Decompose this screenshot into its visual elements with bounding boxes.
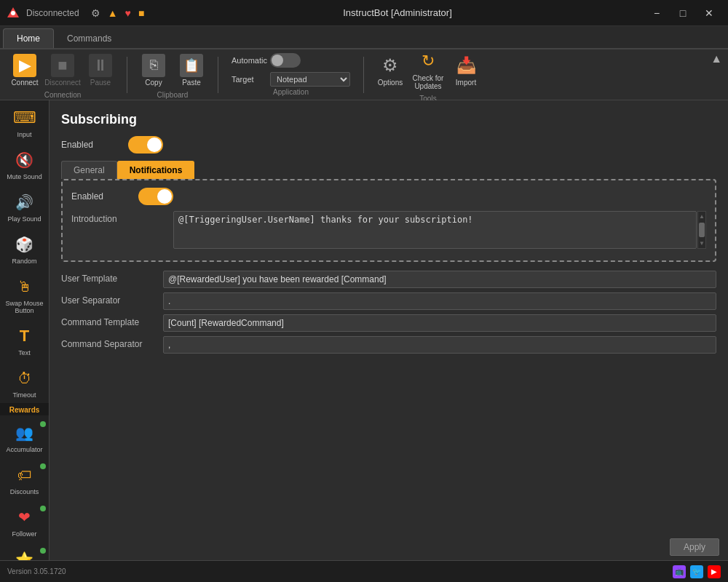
connect-button[interactable]: ▶ Connect (6, 51, 44, 89)
sidebar-item-accumulator[interactable]: 👥 Accumulator (0, 415, 49, 458)
sidebar-item-timeout[interactable]: ⏱ Timeout (0, 361, 49, 403)
svg-point-1 (11, 11, 15, 15)
tab-commands[interactable]: Commands (54, 29, 124, 48)
sidebar-item-swap-mouse[interactable]: 🖱 Swap Mouse Button (0, 269, 49, 319)
introduction-label: Introduction (71, 211, 173, 224)
notif-enabled-row: Enabled (71, 188, 706, 205)
introduction-input[interactable] (173, 211, 697, 249)
automatic-toggle[interactable] (270, 53, 301, 68)
youtube-icon[interactable]: ▶ (708, 565, 721, 578)
pause-label: Pause (90, 79, 111, 87)
import-button[interactable]: 📥 Import (447, 51, 485, 89)
paste-button[interactable]: 📋 Paste (173, 51, 210, 89)
user-template-row: User Template (61, 271, 716, 288)
titlebar-controls[interactable]: − □ ✕ (644, 0, 722, 26)
sidebar-label-text: Text (18, 349, 31, 356)
connection-group-label: Connection (6, 91, 119, 99)
pause-icon: ⏸ (89, 54, 112, 77)
sidebar: ⌨ Input 🔇 Mute Sound 🔊 Play Sound 🎲 Rand… (0, 100, 50, 566)
application-group-label: Application (232, 88, 350, 96)
sidebar-item-random[interactable]: 🎲 Random (0, 227, 49, 269)
separator-2 (218, 57, 218, 93)
page-title: Subscribing (61, 112, 716, 127)
introduction-row: Introduction ▲ ▼ (71, 211, 706, 249)
introduction-scrollbar[interactable]: ▲ ▼ (697, 211, 706, 249)
bottom-bar: Version 3.05.1720 📺 🐦 ▶ (0, 560, 728, 582)
icon-4: ■ (138, 7, 144, 19)
input-icon: ⌨ (13, 106, 36, 129)
check-updates-icon: ↻ (416, 49, 440, 73)
check-updates-label: Check for Updates (412, 74, 444, 90)
copy-label: Copy (145, 79, 162, 87)
options-icon: ⚙ (379, 54, 402, 77)
apply-button[interactable]: Apply (670, 538, 719, 556)
inner-tab-bar: General Notifications (61, 161, 716, 179)
options-label: Options (378, 79, 403, 87)
sidebar-item-discounts[interactable]: 🏷 Discounts (0, 458, 49, 500)
toolbar-application: Automatic Target Notepad Application (226, 53, 356, 96)
pause-button[interactable]: ⏸ Pause (82, 51, 119, 89)
automatic-label: Automatic (232, 56, 264, 65)
play-sound-icon: 🔊 (13, 191, 36, 214)
user-separator-input[interactable] (163, 292, 716, 310)
options-button[interactable]: ⚙ Options (371, 51, 409, 89)
swap-mouse-icon: 🖱 (13, 275, 36, 298)
command-template-row: Command Template (61, 314, 716, 332)
sidebar-item-input[interactable]: ⌨ Input (0, 100, 49, 143)
clipboard-group-label: Clipboard (135, 91, 210, 99)
sidebar-item-mute-sound[interactable]: 🔇 Mute Sound (0, 143, 49, 185)
enabled-toggle[interactable] (128, 136, 163, 154)
random-icon: 🎲 (13, 233, 36, 256)
automatic-knob (272, 55, 283, 66)
titlebar-left: Disconnected ⚙ ▲ ♥ ■ (6, 6, 151, 20)
paste-icon: 📋 (180, 54, 203, 77)
close-button[interactable]: ✕ (696, 0, 722, 26)
import-icon: 📥 (454, 54, 478, 77)
version-text: Version 3.05.1720 (7, 567, 66, 575)
sidebar-label-mute-sound: Mute Sound (7, 173, 42, 180)
command-template-input[interactable] (163, 314, 716, 332)
sidebar-item-text[interactable]: T Text (0, 319, 49, 361)
app-logo (6, 6, 20, 20)
copy-button[interactable]: ⎘ Copy (135, 51, 173, 89)
sidebar-label-follower: Follower (12, 530, 36, 538)
follower-icon: ❤ (13, 506, 36, 529)
check-updates-button[interactable]: ↻ Check for Updates (409, 47, 447, 93)
user-separator-label: User Separator (61, 292, 163, 306)
rewards-section-title: Rewards (0, 403, 49, 415)
twitch-icon[interactable]: 📺 (673, 565, 686, 578)
notifications-panel: Enabled Introduction ▲ ▼ (61, 179, 716, 262)
tab-general[interactable]: General (61, 161, 117, 179)
notif-enabled-toggle[interactable] (138, 188, 173, 205)
sidebar-item-follower[interactable]: ❤ Follower (0, 500, 49, 542)
toolbar: ▶ Connect ■ Disconnect ⏸ Pause Connectio… (0, 49, 728, 100)
minimize-button[interactable]: − (644, 0, 670, 26)
tab-notifications[interactable]: Notifications (117, 161, 195, 179)
discounts-icon: 🏷 (13, 463, 36, 487)
main-layout: ⌨ Input 🔇 Mute Sound 🔊 Play Sound 🎲 Rand… (0, 100, 728, 566)
follower-indicator (40, 506, 46, 511)
icon-2: ▲ (108, 7, 118, 19)
disconnect-label: Disconnect (44, 79, 80, 87)
user-separator-row: User Separator (61, 292, 716, 310)
toolbar-clipboard: ⎘ Copy 📋 Paste Clipboard (135, 51, 210, 99)
connect-label: Connect (11, 79, 38, 87)
icon-1: ⚙ (91, 7, 100, 19)
sidebar-label-discounts: Discounts (10, 488, 39, 495)
maximize-button[interactable]: □ (670, 0, 696, 26)
target-select[interactable]: Notepad (270, 72, 350, 87)
timeout-icon: ⏱ (13, 367, 36, 390)
collapse-toolbar-button[interactable]: ▲ (711, 49, 722, 65)
command-separator-input[interactable] (163, 336, 716, 354)
disconnect-button[interactable]: ■ Disconnect (44, 51, 82, 89)
titlebar-icons: ⚙ ▲ ♥ ■ (91, 7, 145, 19)
user-template-label: User Template (61, 271, 163, 284)
command-separator-row: Command Separator (61, 336, 716, 354)
sidebar-label-swap-mouse: Swap Mouse Button (3, 300, 46, 314)
sidebar-item-play-sound[interactable]: 🔊 Play Sound (0, 185, 49, 227)
tab-home[interactable]: Home (3, 28, 54, 48)
connect-icon: ▶ (13, 54, 36, 77)
twitter-icon[interactable]: 🐦 (690, 565, 703, 578)
user-template-input[interactable] (163, 271, 716, 288)
notif-enabled-knob (157, 189, 172, 204)
